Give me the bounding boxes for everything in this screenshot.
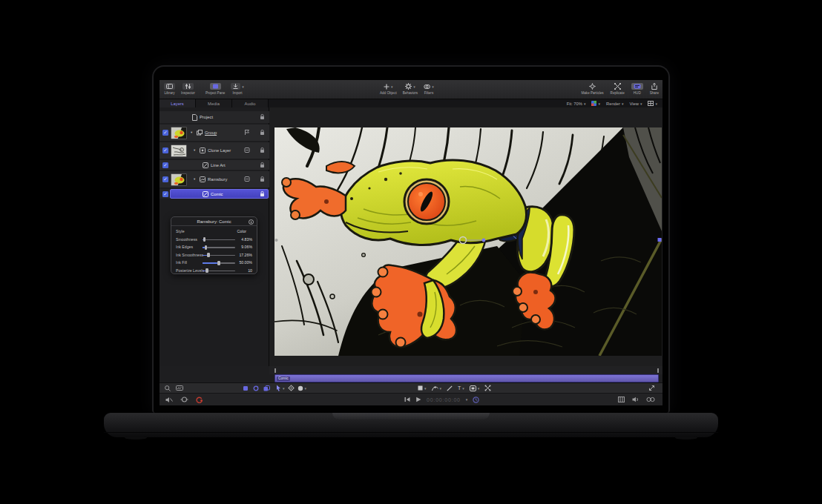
layout-control[interactable]: ▾ [648, 101, 657, 106]
inspector-button[interactable]: Inspector [181, 80, 195, 95]
media-filter-icon[interactable] [253, 385, 259, 391]
import-icon [231, 83, 240, 90]
share-button[interactable]: Share [650, 80, 659, 95]
hud-row-ink-smoothness: Ink Smoothness 17.26% [171, 251, 257, 259]
text-tool[interactable]: T▾ [458, 385, 464, 391]
chevron-down-icon: ▾ [391, 84, 393, 89]
keyframes-toggle-icon[interactable] [646, 397, 655, 402]
laptop-lid-notch [332, 413, 490, 420]
video-timeline-toggle-icon[interactable] [618, 397, 625, 402]
laptop-base [104, 413, 718, 437]
hud-row-smoothness: Smoothness 4.83% [171, 236, 257, 243]
shape-tool[interactable]: ▾ [418, 385, 427, 391]
hud-row-style: Style Color [171, 228, 257, 235]
add-object-button[interactable]: ▾ Add Object [380, 80, 397, 95]
canvas-area[interactable] [269, 107, 662, 366]
layer-row-clone-layer[interactable]: ✓ ▾ Clone Layer [160, 142, 269, 159]
preview-toggle-button[interactable] [176, 383, 183, 393]
timeline-ruler[interactable] [269, 366, 662, 374]
hud-icon [631, 83, 643, 90]
audio-filter-icon[interactable] [263, 385, 270, 391]
layers-panel: Project ✓ ▾ Group ✓ ▾ Clone Layer [160, 107, 269, 366]
mask-tool[interactable]: ▾ [470, 385, 480, 391]
hud-panel[interactable]: Ramsbury: Comic Style Color Smoothness 4… [171, 216, 257, 274]
play-range-in-marker[interactable] [274, 368, 276, 373]
bezier-tool[interactable]: ▾ [432, 385, 442, 391]
canvas-artwork[interactable] [274, 127, 662, 356]
import-button[interactable]: ▾ Import [231, 80, 244, 95]
layer-row-project[interactable]: Project [160, 111, 269, 123]
project-pane-button[interactable]: Project Pane [206, 80, 225, 95]
select-tool[interactable]: ▾ [276, 385, 285, 391]
visibility-checkbox[interactable]: ✓ [162, 162, 168, 168]
lock-icon[interactable] [260, 147, 265, 154]
tab-media[interactable]: Media [196, 99, 232, 107]
line-tool-icon[interactable] [447, 385, 453, 391]
record-button-icon[interactable] [196, 397, 203, 403]
crop-tool-icon[interactable] [288, 385, 295, 391]
share-icon [651, 83, 657, 90]
filters-button[interactable]: ▾ Filters [424, 80, 434, 95]
layer-row-line-art[interactable]: ✓ Line Art [160, 160, 269, 170]
group-icon [197, 130, 203, 136]
visibility-checkbox[interactable]: ✓ [162, 147, 168, 153]
mask-icon [470, 385, 476, 391]
ink-fill-slider[interactable] [203, 262, 235, 264]
disclosure-triangle[interactable]: ▾ [194, 148, 195, 152]
hud-title: Ramsbury: Comic [171, 217, 257, 226]
lock-icon[interactable] [260, 130, 265, 136]
flag-icon[interactable] [244, 130, 250, 136]
timecode-menu-chevron[interactable]: ▾ [466, 397, 468, 402]
library-button[interactable]: Library [164, 80, 175, 95]
resize-handle[interactable] [648, 383, 655, 393]
loop-playback-icon[interactable] [180, 397, 188, 402]
hud-button[interactable]: HUD [631, 80, 643, 95]
color-swatch-icon [591, 101, 596, 106]
posterize-levels-slider[interactable] [203, 271, 235, 272]
audio-timeline-toggle-icon[interactable] [632, 397, 639, 402]
lock-icon[interactable] [260, 190, 265, 197]
project-duration-icon[interactable] [473, 397, 479, 403]
mini-timeline-clip[interactable]: Comic [274, 374, 659, 382]
tab-row: Layers Media Audio Fit: 70%▾ ▾ Render▾ V… [160, 99, 662, 107]
clone-layer-icon [200, 147, 206, 153]
layer-row-comic[interactable]: ✓ Comic [160, 189, 269, 199]
layer-row-group[interactable]: ✓ ▾ Group [160, 125, 269, 141]
visibility-checkbox[interactable]: ✓ [162, 191, 168, 197]
play-range-out-marker[interactable] [657, 368, 659, 373]
clone-badge-icon [244, 176, 250, 183]
zoom-level-control[interactable]: Fit: 70%▾ [567, 102, 586, 106]
ink-smoothness-slider[interactable] [203, 255, 235, 256]
pan-tool[interactable]: ▾ [297, 385, 307, 391]
audio-mute-icon[interactable] [165, 397, 173, 403]
info-icon[interactable] [249, 219, 254, 225]
visibility-checkbox[interactable]: ✓ [162, 130, 168, 136]
behaviors-button[interactable]: ▾ Behaviors [403, 80, 418, 95]
plus-icon [384, 84, 389, 90]
ink-edges-slider[interactable] [203, 247, 235, 248]
tab-audio[interactable]: Audio [232, 99, 269, 107]
lock-icon[interactable] [260, 162, 265, 168]
play-button[interactable] [415, 397, 421, 402]
view-menu[interactable]: View▾ [630, 102, 642, 106]
disclosure-triangle[interactable]: ▾ [191, 130, 192, 134]
visibility-checkbox[interactable]: ✓ [162, 176, 168, 182]
particles-icon [589, 83, 596, 90]
adjust-3d-tool-icon[interactable] [484, 385, 491, 391]
search-button[interactable] [165, 383, 171, 393]
layers-filter-icon[interactable] [243, 385, 249, 391]
lock-icon[interactable] [260, 114, 265, 121]
channels-control[interactable]: ▾ [591, 101, 600, 106]
lock-icon[interactable] [260, 176, 265, 183]
selection-handle[interactable] [658, 238, 662, 242]
disclosure-triangle[interactable]: ▾ [194, 177, 195, 181]
make-particles-button[interactable]: Make Particles [581, 80, 603, 95]
style-popup[interactable]: Color [237, 229, 246, 233]
layer-row-ramsbury[interactable]: ✓ ▾ Ramsbury [160, 171, 269, 188]
tab-layers[interactable]: Layers [160, 99, 196, 107]
previous-frame-button[interactable] [404, 397, 410, 402]
render-menu[interactable]: Render▾ [606, 102, 624, 106]
replicate-button[interactable]: Replicate [611, 80, 625, 95]
timecode-display[interactable]: 00:00:00:00 [427, 397, 461, 402]
smoothness-slider[interactable] [203, 239, 235, 241]
